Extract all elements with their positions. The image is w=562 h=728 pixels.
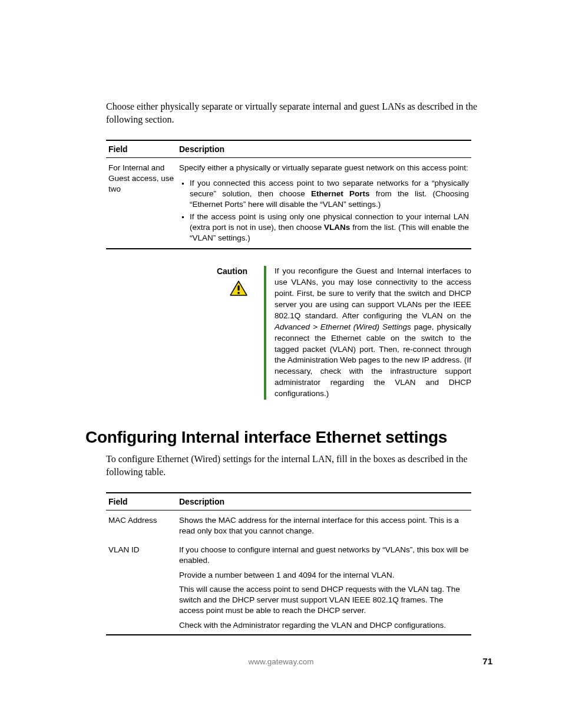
table-header-field: Field xyxy=(106,140,177,158)
caution-label: Caution xyxy=(217,266,247,276)
field-label: MAC Address xyxy=(106,510,177,540)
internal-interface-table: Field Description MAC Address Shows the … xyxy=(106,492,471,635)
field-description: Specify either a physically or virtually… xyxy=(177,157,471,249)
text: page, physically reconnect the Ethernet … xyxy=(275,322,471,398)
table-header-description: Description xyxy=(177,140,471,158)
desc-para: Shows the MAC address for the internal i… xyxy=(179,515,469,536)
field-description: Shows the MAC address for the internal i… xyxy=(177,510,471,540)
document-page: Choose either physically separate or vir… xyxy=(0,0,562,728)
bullet-list: If you connected this access point to tw… xyxy=(179,178,469,243)
caution-accent-bar xyxy=(264,266,266,400)
caution-body: If you reconfigure the Guest and Interna… xyxy=(275,266,471,400)
field-label: For Internal and Guest access, use two xyxy=(106,157,177,249)
table-header-field: Field xyxy=(106,493,177,510)
field-label: VLAN ID xyxy=(106,540,177,635)
bold-text: Ethernet Ports xyxy=(311,189,370,198)
italic-text: Advanced > Ethernet (Wired) Settings xyxy=(275,322,411,331)
page-number: 71 xyxy=(482,656,492,666)
desc-lead: Specify either a physically or virtually… xyxy=(179,163,468,172)
svg-rect-1 xyxy=(237,285,239,291)
desc-para: If you choose to configure internal and … xyxy=(179,545,469,566)
field-description: If you choose to configure internal and … xyxy=(177,540,471,635)
intro-paragraph: Choose either physically separate or vir… xyxy=(106,100,497,127)
desc-para: Check with the Administrator regarding t… xyxy=(179,620,469,631)
warning-icon xyxy=(230,281,247,296)
table-header-description: Description xyxy=(177,493,471,510)
bold-text: VLANs xyxy=(324,223,350,232)
table-row: VLAN ID If you choose to configure inter… xyxy=(106,540,471,635)
list-item: If the access point is using only one ph… xyxy=(190,212,469,244)
desc-para: Provide a number between 1 and 4094 for … xyxy=(179,570,469,581)
list-item: If you connected this access point to tw… xyxy=(190,178,469,210)
desc-para: This will cause the access point to send… xyxy=(179,584,469,617)
table-row: MAC Address Shows the MAC address for th… xyxy=(106,510,471,540)
svg-point-2 xyxy=(237,292,240,294)
footer-url: www.gateway.com xyxy=(0,657,562,666)
intro-paragraph-2: To configure Ethernet (Wired) settings f… xyxy=(106,453,497,479)
guest-access-table: Field Description For Internal and Guest… xyxy=(106,140,471,250)
section-heading: Configuring Internal interface Ethernet … xyxy=(85,428,497,447)
caution-callout: Caution If you reconfigure the Guest and… xyxy=(191,266,471,400)
table-row: For Internal and Guest access, use two S… xyxy=(106,157,471,249)
caution-label-column: Caution xyxy=(191,266,264,295)
text: If you reconfigure the Guest and Interna… xyxy=(275,266,471,320)
